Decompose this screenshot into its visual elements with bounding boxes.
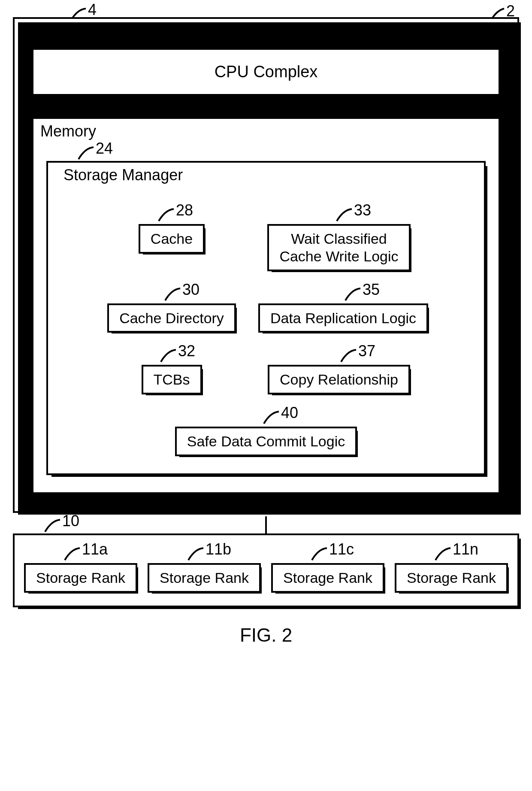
cpu-complex-box: CPU Complex: [32, 48, 500, 96]
ref-32: 32: [154, 345, 189, 367]
storage-controller-box: Storage Controller 12 CPU Complex 20 Mem…: [13, 17, 519, 513]
wait-classified-box: Wait Classified Cache Write Logic: [267, 224, 410, 271]
storage-rank-a: Storage Rank: [24, 563, 137, 593]
ref-30: 30: [159, 284, 193, 305]
figure-caption: FIG. 2: [13, 624, 519, 646]
ref-35: 35: [339, 284, 373, 305]
data-replication-box: Data Replication Logic: [258, 303, 428, 333]
ref-40: 40: [257, 407, 292, 428]
ref-11b: 11b: [182, 544, 225, 565]
storage-manager-title: Storage Manager: [57, 163, 475, 188]
ref-11n: 11n: [429, 544, 472, 565]
tcbs-box: TCBs: [142, 365, 202, 394]
storage-array-box: 11a Storage Rank 11b Storage Rank: [13, 533, 519, 607]
cache-directory-box: Cache Directory: [107, 303, 236, 333]
storage-rank-n: Storage Rank: [395, 563, 508, 593]
diagram-root: 2 4 Storage Controller 12 CPU Complex 20: [13, 17, 519, 646]
connector-line: [265, 516, 267, 533]
ref-11c: 11c: [305, 544, 348, 565]
safe-data-commit-box: Safe Data Commit Logic: [175, 427, 357, 456]
cache-box: Cache: [139, 224, 205, 254]
storage-rank-c: Storage Rank: [271, 563, 384, 593]
storage-rank-b: Storage Rank: [148, 563, 261, 593]
ref-33: 33: [330, 205, 365, 226]
ref-37: 37: [335, 345, 369, 367]
storage-manager-box: Storage Manager 28 Cache: [46, 161, 486, 475]
ref-28: 28: [152, 205, 187, 226]
ref-11a: 11a: [58, 544, 101, 565]
memory-box: Memory 24 Storage Manager: [32, 117, 500, 494]
copy-relationship-box: Copy Relationship: [268, 365, 410, 394]
